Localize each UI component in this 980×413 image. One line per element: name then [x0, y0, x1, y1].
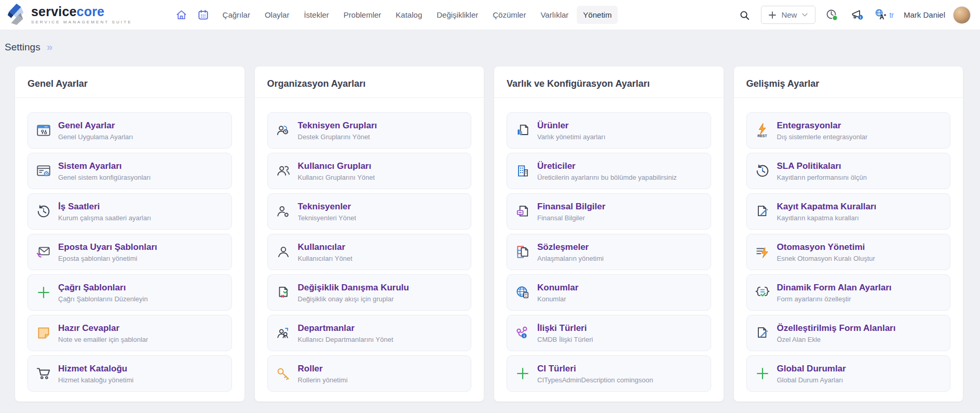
clock-status-icon[interactable]: [823, 6, 841, 24]
tile-genel-ayarlar[interactable]: Genel Ayarlar Genel Uygulama Ayarları: [28, 112, 232, 149]
avatar[interactable]: [953, 6, 971, 24]
tile-subtitle: Global Durum Ayarları: [777, 376, 846, 384]
tile-hizmet-katalogu[interactable]: Hizmet Kataloğu Hizmet kataloğu yönetimi: [28, 355, 232, 392]
tile-konumlar[interactable]: Konumlar Konumlar: [507, 274, 711, 311]
brand-name: servicecore: [31, 5, 132, 18]
app-window-sliders-icon: [36, 123, 51, 138]
tile-title: CI Türleri: [537, 364, 653, 374]
tile-finansal-bilgiler[interactable]: Finansal Bilgiler Finansal Bilgiler: [507, 193, 711, 230]
tile-sla-politikalari[interactable]: SLA Politikaları Kayıtların performansın…: [746, 153, 951, 189]
tile-subtitle: Üreticilerin ayarlarını bu bölümde yapab…: [537, 174, 677, 181]
tile-ureticiler[interactable]: Üreticiler Üreticilerin ayarlarını bu bö…: [507, 153, 711, 189]
nav-item-cozumler[interactable]: Çözümler: [486, 6, 532, 24]
tile-sistem-ayarlari[interactable]: Sistem Ayarları Genel sistem konfigürasy…: [28, 153, 232, 189]
tile-is-saatleri[interactable]: İş Saatleri Kurum çalışma saatleri ayarl…: [28, 193, 232, 230]
nav-item-degisiklikler[interactable]: Değişiklikler: [430, 6, 484, 24]
tile-dinamik-form-alan-ayarlari[interactable]: Dinamik Form Alan Ayarları Form ayarları…: [746, 274, 951, 311]
tile-kullanici-gruplari[interactable]: Kullanıcı Grupları Kullanıcı Gruplarını …: [267, 153, 472, 189]
main-nav: ÇağrılarOlaylarİsteklerProblemlerKatalog…: [173, 6, 618, 24]
tile-eposta-uyari-sablonlari[interactable]: Eposta Uyarı Şablonları Eposta şablonlar…: [28, 234, 232, 270]
tile-global-durumlar[interactable]: Global Durumlar Global Durum Ayarları: [746, 355, 951, 392]
nav-item-istekler[interactable]: İstekler: [297, 6, 335, 24]
section-items: REST Entegrasyonlar Dış sistemlerle ente…: [734, 98, 963, 392]
tile-subtitle: Genel Uygulama Ayarları: [58, 133, 133, 141]
settings-section-genel-ayarlar: Genel Ayarlar Genel Ayarlar Genel Uygula…: [15, 66, 244, 402]
tile-otomasyon-yonetimi[interactable]: Otomasyon Yönetimi Esnek Otomasyon Kural…: [746, 234, 951, 270]
tile-title: Global Durumlar: [777, 364, 846, 374]
nav-item-katalog[interactable]: Katalog: [389, 6, 428, 24]
home-icon[interactable]: [173, 6, 190, 24]
tile-kayit-kapatma-kurallari[interactable]: Kayıt Kapatma Kuralları Kayıtların kapat…: [746, 193, 951, 230]
tile-subtitle: Varlık yönetimi ayarları: [537, 133, 605, 141]
plus-icon: [769, 11, 776, 19]
tile-subtitle: Rollerin yönetimi: [298, 376, 348, 384]
tile-title: Finansal Bilgiler: [537, 202, 605, 212]
tile-ozellestirilmis-form-alanlari[interactable]: Özelleştirilmiş Form Alanları Özel Alan …: [746, 315, 951, 351]
tile-teknisyenler[interactable]: Teknisyenler Teknisyenleri Yönet: [267, 193, 472, 230]
tile-subtitle: Form ayarlarını özelleştir: [777, 295, 892, 303]
tile-subtitle: Note ve emailler için şablonlar: [58, 336, 148, 343]
user-gear-icon: [276, 204, 291, 219]
relation-icon: i: [515, 325, 530, 341]
plus-icon: [515, 366, 530, 381]
braces-check-icon: [755, 285, 770, 300]
history-clock-icon: [36, 204, 51, 219]
announcement-icon[interactable]: i: [849, 6, 866, 24]
tile-teknisyen-gruplari[interactable]: Teknisyen Grupları Destek Gruplarını Yön…: [267, 112, 472, 149]
breadcrumb-current[interactable]: Settings: [5, 42, 40, 53]
tile-title: Dinamik Form Alan Ayarları: [777, 283, 892, 293]
tile-departmanlar[interactable]: Departmanlar Kullanıcı Departmanlarını Y…: [267, 315, 472, 351]
tile-title: Sözleşmeler: [537, 242, 604, 252]
doc-approve-icon: [276, 285, 291, 300]
svg-text:i: i: [860, 15, 861, 19]
nav-item-olaylar[interactable]: Olaylar: [258, 6, 296, 24]
tile-kullanicilar[interactable]: Kullanıcılar Kullanıcıları Yönet: [267, 234, 472, 270]
tile-subtitle: Kullanıcıları Yönet: [298, 255, 352, 262]
svg-text:i: i: [524, 334, 525, 338]
tile-subtitle: Kullanıcı Gruplarını Yönet: [298, 174, 375, 181]
tile-subtitle: Eposta şablonları yönetimi: [58, 255, 157, 262]
tile-iliski-turleri[interactable]: i İlişki Türleri CMDB İlişki Türleri: [507, 315, 711, 351]
history-clock-icon: [755, 163, 770, 179]
tile-title: Kullanıcı Grupları: [298, 161, 375, 171]
settings-sections: Genel Ayarlar Genel Ayarlar Genel Uygula…: [15, 66, 963, 402]
tile-degisiklik-danisma-kurulu[interactable]: Değişiklik Danışma Kurulu Değişiklik ona…: [267, 274, 472, 311]
tile-roller[interactable]: Roller Rollerin yönetimi: [267, 355, 472, 392]
tile-ci-turleri[interactable]: CI Türleri CITypesAdminDescription comin…: [507, 355, 711, 392]
tile-title: Otomasyon Yönetimi: [777, 242, 875, 252]
nav-item-yonetim[interactable]: Yönetim: [577, 6, 618, 24]
tile-subtitle: Değişiklik onay akışı için gruplar: [298, 295, 409, 303]
tile-subtitle: Esnek Otomasyon Kuralı Oluştur: [777, 255, 875, 262]
tile-subtitle: Hizmet kataloğu yönetimi: [58, 376, 133, 384]
doc-finance-icon: [515, 204, 530, 219]
building-icon: [515, 163, 530, 179]
section-items: Genel Ayarlar Genel Uygulama Ayarları Si…: [15, 98, 244, 392]
language-switcher[interactable]: tr: [874, 8, 894, 21]
section-title: Varlık ve Konfigürasyon Ayarları: [494, 66, 724, 97]
tile-sozlesmeler[interactable]: Sözleşmeler Anlaşmaların yönetimi: [507, 234, 711, 270]
search-icon[interactable]: [736, 6, 753, 24]
tile-entegrasyonlar[interactable]: REST Entegrasyonlar Dış sistemlerle ente…: [746, 112, 951, 149]
tile-title: Sistem Ayarları: [58, 161, 151, 171]
docs-stack-icon: [515, 244, 530, 260]
user-name[interactable]: Mark Daniel: [904, 10, 945, 19]
tile-cagri-sablonlari[interactable]: Çağrı Şablonları Çağrı Şablonlarını Düze…: [28, 274, 232, 311]
section-title: Organizasyon Ayarları: [255, 66, 484, 97]
tile-title: İş Saatleri: [58, 202, 151, 212]
nav-item-cagrilar[interactable]: Çağrılar: [216, 6, 256, 24]
brand-logo[interactable]: servicecore SERVICE MANAGEMENT SUITE: [5, 3, 132, 28]
mail-reply-icon: [36, 244, 51, 260]
nav-item-problemler[interactable]: Problemler: [337, 6, 388, 24]
tile-title: Hizmet Kataloğu: [58, 364, 133, 374]
tile-urunler[interactable]: Ürünler Varlık yönetimi ayarları: [507, 112, 711, 149]
nav-item-varliklar[interactable]: Varlıklar: [534, 6, 575, 24]
section-title: Gelişmiş Ayarlar: [734, 66, 963, 97]
users-highlight-icon: [276, 123, 291, 138]
tile-title: Çağrı Şablonları: [58, 283, 148, 293]
calendar-icon[interactable]: [195, 6, 212, 24]
user-icon: [276, 244, 291, 260]
tile-title: Özelleştirilmiş Form Alanları: [777, 323, 896, 334]
tile-hazir-cevaplar[interactable]: Hazır Cevaplar Note ve emailler için şab…: [28, 315, 232, 351]
doc-pencil-icon: [755, 325, 770, 341]
new-button[interactable]: New: [761, 6, 815, 24]
